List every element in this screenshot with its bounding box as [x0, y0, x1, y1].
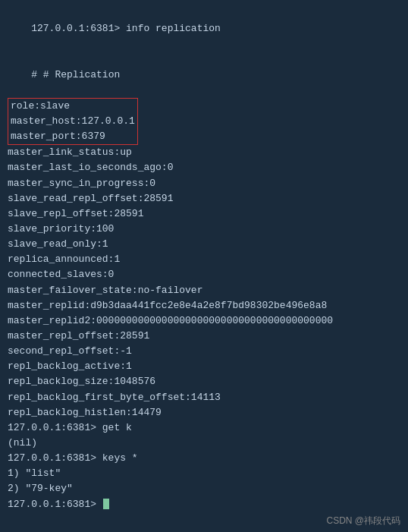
line-prompt-keys: 127.0.0.1:6381> keys *: [8, 451, 400, 466]
line-slave-repl: slave_repl_offset:28591: [8, 206, 400, 222]
line-slave-readonly: slave_read_only:1: [8, 237, 400, 252]
terminal: 127.0.0.1:6381> info replication # # Rep…: [0, 0, 408, 532]
line-master-repl-offset: master_repl_offset:28591: [8, 329, 400, 344]
highlighted-line-2: master_host:127.0.0.1: [11, 114, 135, 129]
highlighted-block: role:slave master_host:127.0.0.1 master_…: [8, 98, 138, 145]
heading-text: # Replication: [43, 69, 120, 80]
line-prompt-final: 127.0.0.1:6381>: [8, 497, 400, 512]
line-repl-backlog-size: repl_backlog_size:1048576: [8, 374, 400, 389]
line-slave-read-repl: slave_read_repl_offset:28591: [8, 191, 400, 206]
line-repl-backlog-histlen: repl_backlog_histlen:14479: [8, 405, 400, 420]
line-second-repl-offset: second_repl_offset:-1: [8, 344, 400, 359]
line-master-replid: master_replid:d9b3daa441fcc2e8e4a2e8f7bd…: [8, 298, 400, 313]
highlighted-line-3: master_port:6379: [11, 129, 135, 144]
line-connected-slaves: connected_slaves:0: [8, 267, 400, 282]
line-key-list: 1) "list": [8, 466, 400, 481]
line-slave-priority: slave_priority:100: [8, 222, 400, 237]
line-prompt-get: 127.0.0.1:6381> get k: [8, 420, 400, 436]
cursor: [103, 499, 109, 509]
line-master-link: master_link_status:up: [8, 145, 400, 160]
line-key-79: 2) "79-key": [8, 481, 400, 496]
line-master-failover: master_failover_state:no-failover: [8, 283, 400, 298]
highlighted-line-1: role:slave: [11, 99, 135, 114]
prompt-text: 127.0.0.1:6381> info replication: [31, 23, 221, 34]
line-heading: # # Replication: [8, 52, 400, 97]
line-repl-backlog-first: repl_backlog_first_byte_offset:14113: [8, 390, 400, 405]
line-master-last-io: master_last_io_seconds_ago:0: [8, 160, 400, 175]
line-nil: (nil): [8, 436, 400, 451]
line-master-sync: master_sync_in_progress:0: [8, 176, 400, 191]
line-prompt-1: 127.0.0.1:6381> info replication: [8, 6, 400, 52]
footer-text: CSDN @祎段代码: [326, 515, 400, 527]
heading-hash: #: [31, 69, 43, 80]
line-master-replid2: master_replid2:0000000000000000000000000…: [8, 313, 400, 329]
line-repl-backlog-active: repl_backlog_active:1: [8, 359, 400, 374]
line-replica-announced: replica_announced:1: [8, 252, 400, 267]
